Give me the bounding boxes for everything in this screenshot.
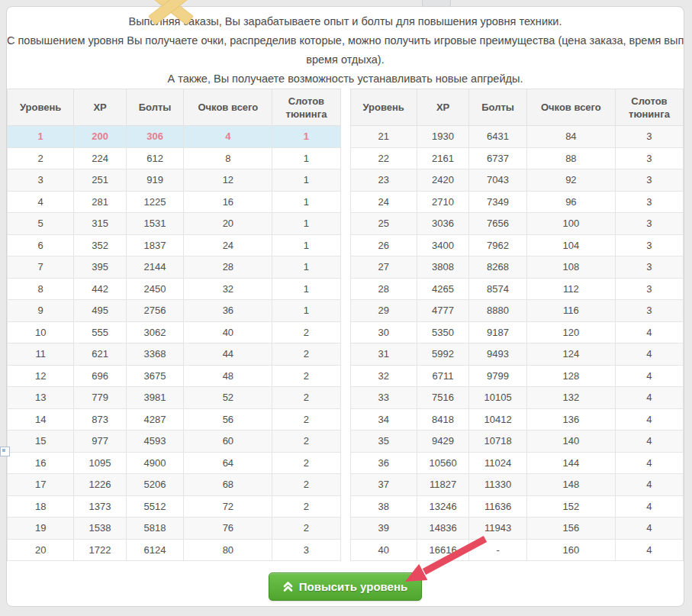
table-cell: 21 — [350, 126, 417, 148]
table-cell: 52 — [184, 387, 272, 409]
table-row: 222461281 — [8, 147, 341, 169]
table-cell: 4265 — [417, 278, 469, 300]
table-cell: 19 — [8, 518, 74, 540]
table-cell: 48 — [184, 365, 272, 387]
table-cell: 34 — [350, 408, 417, 431]
table-cell: 1 — [272, 191, 340, 213]
gold-cross-decoration — [145, 0, 195, 20]
table-cell: 7043 — [469, 169, 527, 192]
table-cell: - — [469, 539, 527, 561]
table-cell: 88 — [526, 147, 615, 169]
table-cell: 132 — [526, 387, 615, 409]
table-cell: 7516 — [417, 387, 469, 409]
table-cell: 6711 — [417, 365, 469, 387]
button-row: Повысить уровень — [7, 572, 684, 601]
table-cell: 16 — [184, 191, 272, 213]
table-cell: 3 — [272, 539, 340, 561]
table-cell: 136 — [526, 408, 615, 431]
table-row: 359429107181404 — [350, 431, 684, 453]
table-cell: 22 — [350, 147, 417, 169]
table-cell: 92 — [526, 169, 615, 192]
table-row: 137793981522 — [8, 387, 341, 409]
table-row: 3813246116361524 — [350, 495, 684, 518]
table-row: 4016616-1604 — [350, 539, 684, 561]
table-cell: 20 — [184, 213, 272, 235]
table-row: 105553062402 — [8, 321, 341, 343]
table-cell: 1225 — [126, 191, 184, 213]
level-up-button[interactable]: Повысить уровень — [269, 572, 422, 601]
table-cell: 1930 — [417, 126, 469, 148]
table-header-row: УровеньXPБолтыОчков всегоСлотов тюнинга — [8, 89, 341, 126]
table-cell: 10 — [8, 321, 74, 343]
column-header: Очков всего — [526, 89, 615, 126]
table-cell: 3808 — [417, 256, 469, 279]
table-cell: 3036 — [417, 213, 469, 235]
table-cell: 11636 — [469, 495, 527, 518]
table-cell: 621 — [74, 343, 127, 366]
table-cell: 16616 — [417, 539, 469, 561]
table-cell: 1 — [272, 256, 340, 279]
table-row: 31599294931244 — [350, 343, 684, 366]
table-cell: 9187 — [469, 321, 527, 343]
table-cell: 2 — [272, 474, 340, 496]
table-cell: 152 — [526, 495, 615, 518]
table-header-row: УровеньXPБолтыОчков всегоСлотов тюнинга — [350, 89, 684, 126]
table-cell: 4 — [184, 126, 272, 148]
table-cell: 3 — [615, 147, 683, 169]
table-cell: 4593 — [126, 431, 184, 453]
table-cell: 3 — [615, 169, 683, 192]
table-cell: 9799 — [469, 365, 527, 387]
table-cell: 80 — [184, 539, 272, 561]
table-cell: 112 — [526, 278, 615, 300]
table-row: 3711827113301484 — [350, 474, 684, 496]
table-cell: 315 — [74, 213, 127, 235]
table-row: 42811225161 — [8, 191, 341, 213]
table-cell: 156 — [526, 518, 615, 540]
table-row: 148734287562 — [8, 408, 341, 431]
table-row: 53151531201 — [8, 213, 341, 235]
table-cell: 1837 — [126, 234, 184, 256]
table-cell: 6 — [8, 234, 74, 256]
table-cell: 3 — [615, 213, 683, 235]
table-cell: 28 — [184, 256, 272, 279]
table-cell: 15 — [8, 431, 74, 453]
table-cell: 3400 — [417, 234, 469, 256]
table-cell: 251 — [74, 169, 127, 192]
table-cell: 2 — [272, 387, 340, 409]
table-cell: 144 — [526, 452, 615, 474]
table-cell: 36 — [350, 452, 417, 474]
table-cell: 224 — [74, 147, 127, 169]
table-row: 2221616737883 — [350, 147, 684, 169]
background-tab-remnant — [422, 0, 451, 7]
table-cell: 108 — [526, 256, 615, 279]
column-header: Уровень — [8, 89, 74, 126]
table-cell: 4900 — [126, 452, 184, 474]
table-cell: 7349 — [469, 191, 527, 213]
table-row: 2324207043923 — [350, 169, 684, 192]
table-row: 1610954900642 — [8, 452, 341, 474]
table-row: 159774593602 — [8, 431, 341, 453]
table-cell: 1 — [272, 126, 340, 148]
table-cell: 5818 — [126, 518, 184, 540]
table-row: 2427107349963 — [350, 191, 684, 213]
table-cell: 4 — [615, 321, 683, 343]
table-cell: 16 — [8, 452, 74, 474]
table-cell: 13 — [8, 387, 74, 409]
table-cell: 68 — [184, 474, 272, 496]
table-cell: 8574 — [469, 278, 527, 300]
table-cell: 17 — [8, 474, 74, 496]
table-cell: 4 — [615, 431, 683, 453]
table-cell: 26 — [350, 234, 417, 256]
table-cell: 7962 — [469, 234, 527, 256]
table-cell: 44 — [184, 343, 272, 366]
table-cell: 27 — [350, 256, 417, 279]
table-cell: 977 — [74, 431, 127, 453]
table-cell: 6124 — [126, 539, 184, 561]
table-cell: 32 — [184, 278, 272, 300]
table-cell: 4777 — [417, 300, 469, 322]
table-cell: 12 — [8, 365, 74, 387]
table-cell: 4 — [615, 343, 683, 366]
table-cell: 4 — [615, 365, 683, 387]
table-cell: 100 — [526, 213, 615, 235]
table-row: 2119306431843 — [350, 126, 684, 148]
